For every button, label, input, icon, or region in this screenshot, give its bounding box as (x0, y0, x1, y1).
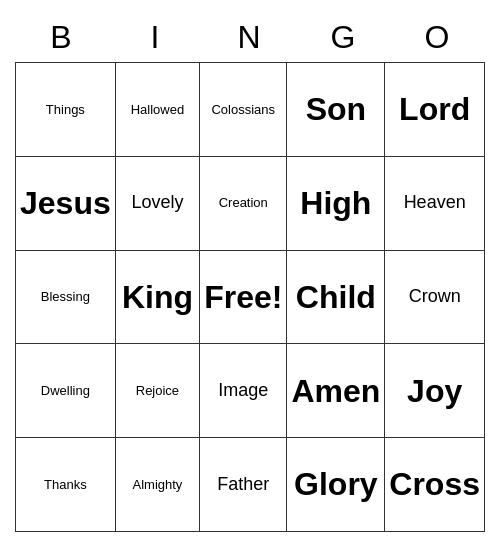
cell-0-0: Things (16, 63, 116, 157)
cell-text-3-2: Image (218, 380, 268, 402)
bingo-card: BINGO ThingsHallowedColossiansSonLordJes… (15, 12, 485, 532)
cell-text-4-1: Almighty (133, 477, 183, 493)
cell-text-1-1: Lovely (131, 192, 183, 214)
cell-3-0: Dwelling (16, 344, 116, 438)
cell-2-2: Free! (200, 251, 287, 345)
cell-4-1: Almighty (116, 438, 200, 532)
cell-2-3: Child (287, 251, 385, 345)
header-letter-I: I (109, 12, 203, 62)
cell-4-3: Glory (287, 438, 385, 532)
cell-4-0: Thanks (16, 438, 116, 532)
header-letter-B: B (15, 12, 109, 62)
cell-text-1-4: Heaven (404, 192, 466, 214)
cell-1-0: Jesus (16, 157, 116, 251)
cell-text-4-2: Father (217, 474, 269, 496)
cell-0-3: Son (287, 63, 385, 157)
cell-text-3-0: Dwelling (41, 383, 90, 399)
cell-text-2-2: Free! (204, 278, 282, 316)
cell-3-1: Rejoice (116, 344, 200, 438)
cell-1-3: High (287, 157, 385, 251)
cell-text-1-2: Creation (219, 195, 268, 211)
header-letter-O: O (391, 12, 485, 62)
cell-2-0: Blessing (16, 251, 116, 345)
header-letter-N: N (203, 12, 297, 62)
header-letter-G: G (297, 12, 391, 62)
cell-text-0-2: Colossians (211, 102, 275, 118)
cell-text-2-1: King (122, 278, 193, 316)
cell-1-4: Heaven (385, 157, 485, 251)
cell-1-2: Creation (200, 157, 287, 251)
cell-text-2-3: Child (296, 278, 376, 316)
cell-text-0-4: Lord (399, 90, 470, 128)
bingo-grid: ThingsHallowedColossiansSonLordJesusLove… (15, 62, 485, 532)
cell-text-3-4: Joy (407, 372, 462, 410)
cell-text-2-4: Crown (409, 286, 461, 308)
cell-4-4: Cross (385, 438, 485, 532)
cell-3-3: Amen (287, 344, 385, 438)
cell-0-2: Colossians (200, 63, 287, 157)
cell-3-2: Image (200, 344, 287, 438)
cell-text-1-3: High (300, 184, 371, 222)
cell-text-4-0: Thanks (44, 477, 87, 493)
cell-text-0-0: Things (46, 102, 85, 118)
bingo-header: BINGO (15, 12, 485, 62)
cell-2-4: Crown (385, 251, 485, 345)
cell-4-2: Father (200, 438, 287, 532)
cell-text-2-0: Blessing (41, 289, 90, 305)
cell-2-1: King (116, 251, 200, 345)
cell-text-0-1: Hallowed (131, 102, 184, 118)
cell-0-1: Hallowed (116, 63, 200, 157)
cell-text-3-3: Amen (291, 372, 380, 410)
cell-text-1-0: Jesus (20, 184, 111, 222)
cell-text-3-1: Rejoice (136, 383, 179, 399)
cell-1-1: Lovely (116, 157, 200, 251)
cell-0-4: Lord (385, 63, 485, 157)
cell-text-0-3: Son (306, 90, 366, 128)
cell-3-4: Joy (385, 344, 485, 438)
cell-text-4-3: Glory (294, 465, 378, 503)
cell-text-4-4: Cross (389, 465, 480, 503)
